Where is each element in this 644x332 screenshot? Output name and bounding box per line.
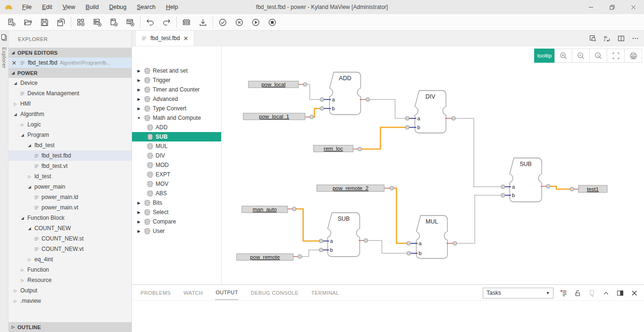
palette-item-abs[interactable]: ABS: [132, 189, 221, 198]
palette-item-type-convert[interactable]: ▶Type Convert: [132, 104, 221, 113]
fbd-block-add-1[interactable]: ADDab: [320, 72, 370, 115]
menu-edit[interactable]: Edit: [37, 0, 58, 14]
tree-item-count-new[interactable]: ◢COUNT_NEW: [8, 223, 132, 233]
auto-scroll-icon[interactable]: [588, 289, 596, 297]
fbd-wire-7[interactable]: [294, 209, 321, 241]
toggle-panel-icon[interactable]: [616, 289, 624, 297]
unlock-icon[interactable]: [574, 289, 582, 297]
fbd-block-sub-3[interactable]: SUBab: [501, 158, 550, 202]
fbd-wire-10[interactable]: [455, 195, 503, 243]
split-editor-icon[interactable]: [617, 34, 625, 42]
save-all-icon[interactable]: [53, 15, 69, 29]
fbd-port[interactable]: [452, 116, 455, 120]
tree-item-algorithm[interactable]: ◢Algorithm: [8, 109, 132, 119]
palette-item-div[interactable]: DIV: [132, 151, 221, 160]
close-button[interactable]: [623, 0, 644, 14]
palette-item-sub[interactable]: SUB: [132, 132, 221, 141]
fbd-block-div-2[interactable]: DIVab: [405, 91, 455, 133]
fbd-variable-test1[interactable]: test1: [570, 185, 607, 192]
tree-item-count-new-vt[interactable]: COUNT_NEW.vt: [8, 244, 132, 254]
fbd-port[interactable]: [319, 248, 323, 252]
close-panel-icon[interactable]: [630, 289, 638, 297]
restore-button[interactable]: [602, 0, 623, 14]
fbd-port[interactable]: [405, 116, 409, 120]
panel-tab-terminal[interactable]: TERMINAL: [311, 286, 339, 300]
fbd-port[interactable]: [390, 186, 394, 190]
tree-item-resource[interactable]: ▷Resource: [8, 275, 132, 285]
fbd-port[interactable]: [453, 241, 457, 245]
tasks-dropdown[interactable]: Tasks ▼: [483, 288, 553, 299]
palette-item-math-and-compute[interactable]: ▼Math and Compute: [132, 113, 221, 123]
fbd-block-mul-5[interactable]: MULab: [407, 216, 457, 258]
fbd-port[interactable]: [292, 207, 296, 211]
menu-search[interactable]: Search: [132, 0, 161, 14]
fbd-wire-8[interactable]: [300, 250, 321, 257]
tree-item-count-new-st[interactable]: COUNT_NEW.st: [8, 233, 132, 244]
close-editor-icon[interactable]: ✕: [11, 59, 17, 66]
project-header[interactable]: ◢ POWER: [8, 68, 132, 78]
tree-item-fbd-test[interactable]: ◢fbd_test: [8, 140, 132, 150]
panel-tab-output[interactable]: OUTPUT: [215, 285, 239, 300]
download-device-icon[interactable]: [178, 15, 195, 29]
fbd-wire-9[interactable]: [366, 241, 409, 253]
palette-item-user[interactable]: ▶User: [132, 226, 221, 236]
cancel-icon[interactable]: [231, 15, 248, 29]
save-icon[interactable]: [36, 15, 53, 29]
palette-item-mod[interactable]: MOD: [132, 160, 221, 170]
tree-item-power-main[interactable]: ◢power_main: [8, 182, 132, 192]
open-editors-header[interactable]: ◢ OPEN EDITORS: [8, 48, 132, 58]
explorer-files-icon[interactable]: [0, 33, 8, 43]
add-table-icon[interactable]: [122, 15, 139, 29]
fbd-port[interactable]: [298, 255, 302, 258]
fbd-wire-5[interactable]: [454, 118, 503, 187]
tree-item-function[interactable]: ▷Function: [8, 265, 132, 275]
fbd-port[interactable]: [310, 115, 314, 119]
tree-item-power-main-ld[interactable]: power_main.ld: [8, 192, 132, 202]
palette-item-trigger[interactable]: ▶Trigger: [132, 75, 221, 85]
tree-item-device-management[interactable]: Device Management: [8, 88, 132, 99]
fit-screen-button[interactable]: [607, 49, 625, 63]
fbd-port[interactable]: [546, 184, 550, 188]
tab-fbd-test[interactable]: fbd_test.fbd ✕: [135, 31, 194, 46]
download-icon[interactable]: [195, 15, 211, 29]
fbd-variable-pow-local[interactable]: pow_local: [248, 81, 307, 88]
fbd-block-sub-4[interactable]: SUBab: [319, 213, 368, 257]
print-button[interactable]: [624, 49, 642, 63]
fbd-port[interactable]: [303, 83, 307, 86]
more-actions-icon[interactable]: [631, 34, 639, 42]
palette-item-mov[interactable]: MOV: [132, 179, 221, 189]
palette-item-compare[interactable]: ▶Compare: [132, 217, 221, 226]
menu-build[interactable]: Build: [81, 0, 104, 14]
tree-item-function-block[interactable]: ◢Function Block: [8, 213, 132, 223]
tree-item-maview[interactable]: ▷.maview: [8, 296, 132, 306]
palette-item-bits[interactable]: ▶Bits: [132, 198, 221, 208]
redo-icon[interactable]: [158, 15, 175, 29]
menu-debug[interactable]: Debug: [104, 0, 132, 14]
new-file-icon[interactable]: [3, 15, 20, 29]
palette-item-timer-and-counter[interactable]: ▶Timer and Counter: [132, 85, 221, 94]
fbd-port[interactable]: [407, 241, 411, 245]
fbd-port[interactable]: [570, 187, 574, 191]
stop-icon[interactable]: [264, 15, 281, 29]
palette-item-add[interactable]: ADD: [132, 123, 221, 132]
tree-item-fbd-test-vt[interactable]: fbd_test.vt: [8, 161, 132, 171]
tree-item-logic[interactable]: ▷Logic: [8, 119, 132, 130]
tree-item-power-main-vt[interactable]: power_main.vt: [8, 202, 132, 213]
panel-tab-problems[interactable]: PROBLEMS: [140, 286, 171, 300]
tree-item-output[interactable]: ▷Output: [8, 285, 132, 296]
tree-item-eq-4int[interactable]: ▷eq_4int: [8, 254, 132, 265]
run-icon[interactable]: [248, 15, 264, 29]
open-folder-icon[interactable]: [20, 15, 36, 29]
fbd-port[interactable]: [320, 107, 324, 110]
new-project-icon[interactable]: [73, 15, 89, 29]
fbd-wire-6[interactable]: [392, 188, 409, 243]
zoom-reset-button[interactable]: 1: [589, 49, 607, 63]
tooltip-button[interactable]: tooltip: [534, 49, 555, 63]
fbd-wire-11[interactable]: [548, 186, 572, 189]
fbd-variable-rem-loc[interactable]: rem_loc: [314, 145, 362, 152]
tree-item-ld-test[interactable]: ▷ld_test: [8, 171, 132, 182]
validate-icon[interactable]: [215, 15, 231, 29]
palette-item-advanced[interactable]: ▶Advanced: [132, 94, 221, 104]
fbd-variable-pow-remote[interactable]: pow_remote: [237, 254, 302, 260]
fbd-variable-man-auto[interactable]: man_auto: [242, 206, 296, 213]
